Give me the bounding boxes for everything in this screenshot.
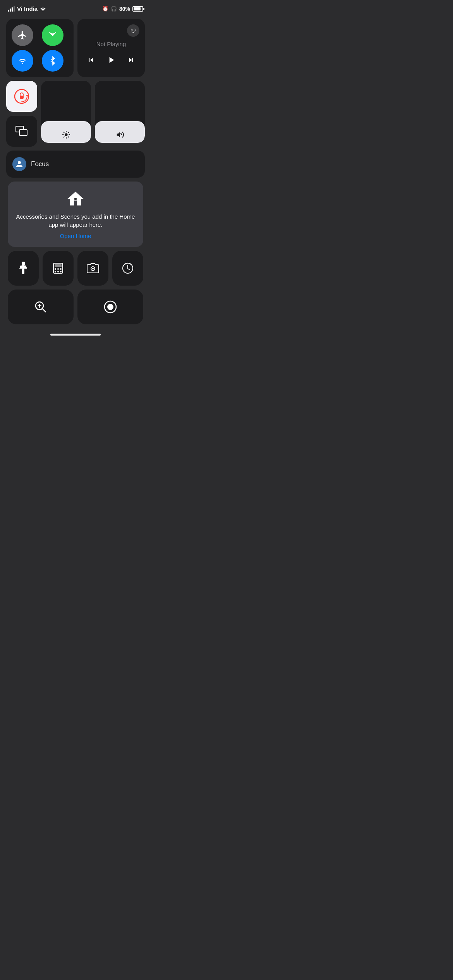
control-center: Not Playing <box>0 15 151 331</box>
sliders <box>41 81 145 147</box>
calculator-button[interactable] <box>43 251 74 286</box>
battery-icon <box>132 6 143 12</box>
next-track-button[interactable] <box>125 54 137 66</box>
home-indicator <box>0 331 151 337</box>
svg-point-21 <box>125 264 126 265</box>
media-controls <box>83 53 139 67</box>
svg-rect-5 <box>19 130 27 135</box>
carrier-name: Vi India <box>17 5 38 12</box>
cellular-data-button[interactable] <box>42 24 63 46</box>
svg-point-15 <box>55 271 56 272</box>
svg-rect-2 <box>20 96 24 99</box>
svg-point-25 <box>107 304 113 310</box>
focus-avatar <box>12 157 26 171</box>
svg-point-22 <box>130 264 131 265</box>
status-left: Vi India <box>8 5 46 12</box>
svg-point-17 <box>60 271 62 272</box>
svg-point-12 <box>55 268 56 270</box>
home-description: Accessories and Scenes you add in the Ho… <box>15 212 136 229</box>
top-row: Not Playing <box>6 19 145 77</box>
not-playing-label: Not Playing <box>83 41 139 47</box>
svg-rect-8 <box>22 262 25 266</box>
media-player-panel: Not Playing <box>77 19 145 77</box>
screen-mirror-button[interactable] <box>6 116 37 147</box>
airplane-mode-button[interactable] <box>12 24 33 46</box>
bluetooth-button[interactable] <box>42 50 63 72</box>
home-indicator-bar <box>50 334 101 336</box>
second-row <box>6 81 145 147</box>
home-icon <box>66 189 85 209</box>
connectivity-panel <box>6 19 74 77</box>
svg-point-7 <box>74 198 77 200</box>
clock-button[interactable] <box>112 251 143 286</box>
signal-bar-3 <box>12 7 13 12</box>
battery-percent: 80% <box>119 6 130 12</box>
lock-icon: ⏰ <box>102 6 108 12</box>
previous-track-button[interactable] <box>85 54 97 66</box>
focus-label: Focus <box>31 160 49 168</box>
volume-slider[interactable] <box>95 81 145 143</box>
bottom-toolbar <box>6 251 145 286</box>
play-pause-button[interactable] <box>105 53 118 67</box>
signal-bar-2 <box>10 9 11 12</box>
headphone-icon: 🎧 <box>111 6 117 12</box>
status-bar: Vi India ⏰ 🎧 80% <box>0 0 151 15</box>
signal-bar-4 <box>14 6 15 12</box>
svg-point-14 <box>60 268 62 270</box>
svg-point-19 <box>92 268 94 269</box>
signal-bar-1 <box>8 10 9 12</box>
focus-button[interactable]: Focus <box>6 151 145 178</box>
open-home-link[interactable]: Open Home <box>60 233 91 239</box>
signal-bars <box>8 6 15 12</box>
svg-rect-11 <box>55 264 62 267</box>
screen-record-button[interactable] <box>77 290 143 324</box>
battery-indicator <box>132 6 143 12</box>
svg-rect-9 <box>22 269 24 274</box>
svg-point-13 <box>57 268 59 270</box>
status-right: ⏰ 🎧 80% <box>102 6 143 12</box>
orientation-lock-button[interactable] <box>6 81 37 112</box>
svg-point-6 <box>65 133 67 136</box>
wifi-button[interactable] <box>12 50 33 72</box>
brightness-slider[interactable] <box>41 81 91 143</box>
focus-row: Focus <box>6 151 145 178</box>
volume-icon <box>116 130 124 139</box>
battery-fill <box>134 7 141 10</box>
svg-point-16 <box>57 271 59 272</box>
brightness-icon <box>62 130 70 139</box>
last-toolbar <box>6 290 145 324</box>
flashlight-button[interactable] <box>8 251 39 286</box>
wifi-status-icon <box>40 7 46 11</box>
magnifier-button[interactable] <box>8 290 74 324</box>
home-section: Accessories and Scenes you add in the Ho… <box>8 182 143 247</box>
camera-button[interactable] <box>77 251 108 286</box>
airplay-button[interactable] <box>127 24 139 37</box>
